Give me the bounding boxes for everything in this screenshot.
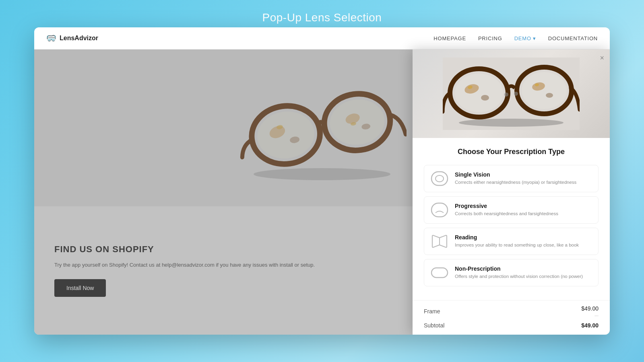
nav-homepage[interactable]: HOMEPAGE <box>433 35 466 41</box>
brand-name: LensAdvizor <box>60 35 98 42</box>
svg-point-32 <box>436 175 444 182</box>
nav-documentation[interactable]: DOCUMENTATION <box>548 35 598 41</box>
popup-close-button[interactable]: × <box>600 54 604 62</box>
svg-point-30 <box>514 92 518 96</box>
page-title: Pop-Up Lens Selection <box>262 11 382 24</box>
non-prescription-desc: Offers style and protection without visi… <box>455 273 592 280</box>
navbar: 🥽 LensAdvizor HOMEPAGE PRICING DEMO ▾ DO… <box>34 27 610 49</box>
reading-icon <box>431 234 448 249</box>
nav-links: HOMEPAGE PRICING DEMO ▾ DOCUMENTATION <box>433 35 598 41</box>
frame-pricing-row: Frame $49.00 ... <box>413 300 610 320</box>
progressive-name: Progressive <box>455 203 592 209</box>
svg-rect-31 <box>431 172 448 185</box>
brand-icon: 🥽 <box>46 33 56 43</box>
single-vision-desc: Corrects either nearsightedness (myopia)… <box>455 179 592 185</box>
option-non-prescription[interactable]: Non-Prescription Offers style and protec… <box>424 259 599 286</box>
non-prescription-text: Non-Prescription Offers style and protec… <box>455 265 592 280</box>
nav-demo[interactable]: DEMO ▾ <box>514 35 536 41</box>
svg-point-25 <box>481 95 489 101</box>
prescription-title: Choose Your Prescription Type <box>424 148 599 156</box>
option-single-vision[interactable]: Single Vision Corrects either nearsighte… <box>424 165 599 192</box>
svg-rect-35 <box>431 268 448 278</box>
svg-point-26 <box>546 93 553 98</box>
progressive-desc: Corrects both nearsightedness and farsig… <box>455 210 592 217</box>
browser-window: 🥽 LensAdvizor HOMEPAGE PRICING DEMO ▾ DO… <box>34 27 610 335</box>
brand-logo[interactable]: 🥽 LensAdvizor <box>46 33 98 43</box>
reading-text: Reading Improves your ability to read so… <box>455 234 592 248</box>
svg-rect-33 <box>431 203 448 217</box>
non-prescription-name: Non-Prescription <box>455 265 592 272</box>
frame-value: $49.00 <box>581 305 599 312</box>
single-vision-text: Single Vision Corrects either nearsighte… <box>455 171 592 185</box>
chevron-down-icon: ▾ <box>533 35 536 41</box>
svg-point-18 <box>459 119 564 127</box>
subtotal-row: Subtotal $49.00 <box>413 320 610 335</box>
option-progressive[interactable]: Progressive Corrects both nearsightednes… <box>424 196 599 224</box>
popup-body: Choose Your Prescription Type Single Vis… <box>413 138 610 300</box>
svg-point-29 <box>504 93 508 97</box>
subtotal-label: Subtotal <box>424 322 444 329</box>
progressive-icon <box>431 202 448 218</box>
frame-value-group: $49.00 ... <box>581 305 599 317</box>
subtotal-value: $49.00 <box>581 322 599 329</box>
main-content: FIND US ON SHOPIFY Try the app yourself … <box>34 49 610 335</box>
nav-pricing[interactable]: PRICING <box>478 35 502 41</box>
popup-product-image <box>413 49 610 138</box>
popup-glasses-svg <box>443 58 580 130</box>
svg-point-22 <box>522 72 567 109</box>
option-reading[interactable]: Reading Improves your ability to read so… <box>424 228 599 255</box>
non-prescription-icon <box>431 265 448 280</box>
svg-point-20 <box>455 74 503 112</box>
single-vision-icon <box>431 171 448 186</box>
reading-name: Reading <box>455 234 592 241</box>
single-vision-name: Single Vision <box>455 171 592 178</box>
progressive-text: Progressive Corrects both nearsightednes… <box>455 203 592 217</box>
reading-desc: Improves your ability to read something … <box>455 242 592 248</box>
frame-label: Frame <box>424 308 440 315</box>
pricing-dots: ... <box>581 312 599 317</box>
popup-modal: × <box>413 49 610 335</box>
